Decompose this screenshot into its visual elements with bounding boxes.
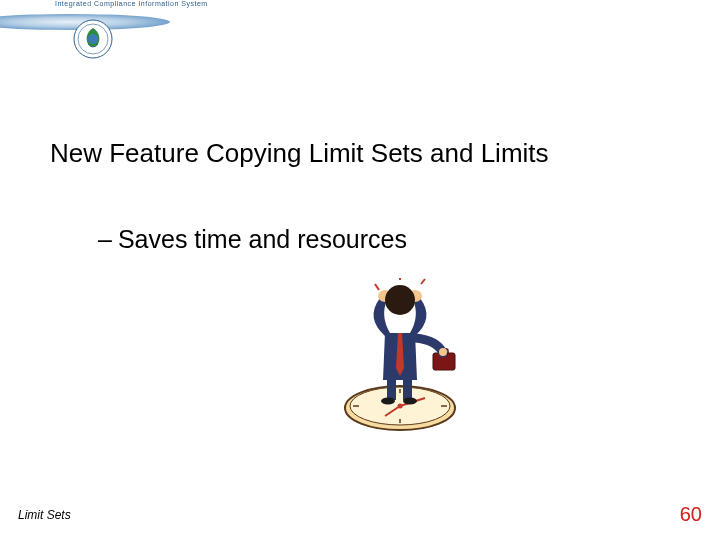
- bullet-text: Saves time and resources: [118, 225, 407, 254]
- svg-point-2: [88, 34, 98, 44]
- svg-point-21: [439, 348, 447, 356]
- svg-point-18: [385, 285, 415, 315]
- epa-seal-icon: [72, 18, 114, 60]
- clipart-frustrated-person-clock-icon: [325, 278, 475, 438]
- svg-rect-12: [387, 378, 396, 400]
- bullet-dash: –: [98, 225, 112, 254]
- svg-point-14: [381, 398, 395, 405]
- footer-section-label: Limit Sets: [18, 508, 71, 522]
- bullet-row: – Saves time and resources: [98, 225, 407, 254]
- svg-rect-13: [403, 378, 412, 400]
- header-logo-area: Integrated Compliance Information System: [0, 0, 160, 80]
- svg-point-11: [398, 404, 403, 409]
- slide-title: New Feature Copying Limit Sets and Limit…: [50, 138, 549, 169]
- svg-point-15: [403, 398, 417, 405]
- slide: Integrated Compliance Information System…: [0, 0, 720, 540]
- page-number: 60: [680, 503, 702, 526]
- brand-text: Integrated Compliance Information System: [55, 0, 208, 7]
